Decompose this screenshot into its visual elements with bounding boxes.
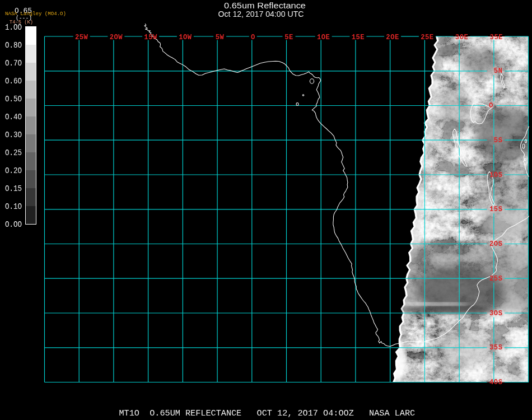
svg-text:2OS: 2OS (489, 240, 502, 248)
svg-text:O.4O: O.4O (5, 113, 22, 122)
svg-text:T4-5 (K): T4-5 (K) (10, 19, 33, 25)
svg-text:25S: 25S (489, 275, 502, 283)
svg-text:35E: 35E (490, 34, 503, 41)
svg-text:5S: 5S (494, 137, 503, 144)
svg-text:O.OO: O.OO (5, 220, 22, 230)
svg-text:15E: 15E (352, 34, 365, 41)
svg-text:5W: 5W (216, 34, 225, 41)
svg-text:3OE: 3OE (455, 34, 468, 41)
svg-text:25W: 25W (75, 34, 88, 41)
svg-text:25E: 25E (421, 34, 433, 41)
svg-text:1OS: 1OS (489, 171, 502, 179)
svg-text:O.3O: O.3O (5, 130, 22, 140)
svg-text:5E: 5E (284, 34, 293, 41)
svg-text:1OW: 1OW (179, 34, 192, 41)
svg-text:3OS: 3OS (489, 310, 502, 318)
svg-text:O: O (251, 34, 255, 41)
svg-text:0.65um Reflectance: 0.65um Reflectance (224, 1, 306, 10)
svg-text:O.15: O.15 (5, 184, 22, 194)
svg-text:1OE: 1OE (317, 34, 330, 41)
svg-text:O.1O: O.1O (5, 202, 22, 212)
svg-text:2OW: 2OW (110, 34, 123, 41)
svg-text:MT1O O.65UM REFLECTANCE OCT: MT1O O.65UM REFLECTANCE OCT 12, 2O17 O4:… (119, 408, 416, 418)
svg-text:O.25: O.25 (5, 148, 22, 158)
svg-text:NASA Langley (MO4.O): NASA Langley (MO4.O) (5, 11, 66, 17)
svg-text:4OS: 4OS (489, 379, 502, 386)
svg-text:O.8O: O.8O (5, 41, 22, 50)
svg-text:2OE: 2OE (386, 34, 399, 41)
svg-text:35S: 35S (489, 344, 502, 352)
svg-text:O.5O: O.5O (5, 95, 22, 104)
svg-text:5N: 5N (494, 67, 503, 75)
svg-text:O.7O: O.7O (5, 59, 22, 68)
svg-text:15S: 15S (489, 206, 502, 213)
svg-text:O.6O: O.6O (5, 77, 22, 86)
svg-text:Oct 12, 2017 04:00 UTC: Oct 12, 2017 04:00 UTC (218, 10, 304, 18)
svg-text:O.2O: O.2O (5, 166, 22, 176)
svg-text:15W: 15W (144, 34, 157, 41)
svg-text:O: O (489, 102, 493, 110)
